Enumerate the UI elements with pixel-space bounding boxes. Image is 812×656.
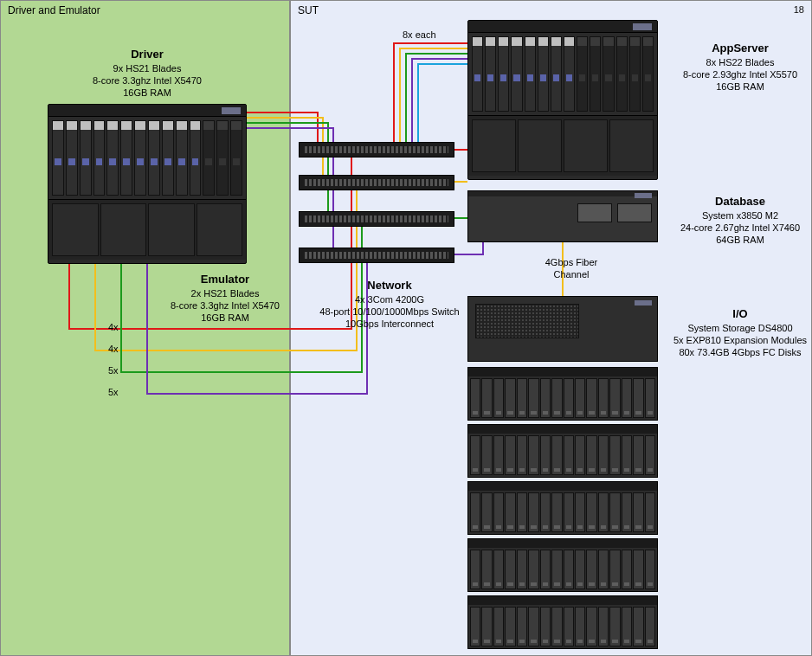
fiber-label: 4Gbps Fiber Channel [519, 256, 623, 281]
blade [80, 120, 92, 196]
io-expansion: 5x EXP810 Expansion Modules [671, 334, 809, 346]
driver-cpu: 8-core 3.3ghz Intel X5470 [78, 74, 216, 87]
drive-bay [577, 203, 612, 222]
expansion-tray [467, 424, 658, 478]
io-model: System Storage DS4800 [671, 322, 809, 334]
expansion-tray [467, 481, 658, 535]
zone-title-left: Driver and Emulator [8, 4, 100, 16]
ibm-logo-icon [222, 107, 241, 114]
chassis-bottom [468, 115, 657, 176]
blade-empty [642, 36, 654, 112]
database-title: Database [671, 195, 809, 209]
fiber-line1: 4Gbps Fiber [519, 256, 623, 268]
count-4x: 4x [108, 322, 119, 332]
database-server [467, 190, 658, 242]
blade [190, 120, 202, 196]
network-model: 4x 3Com 4200G [312, 293, 467, 305]
emulator-cpu: 8-core 3.3ghz Intel X5470 [156, 299, 294, 312]
blade [472, 36, 483, 112]
network-label: Network 4x 3Com 4200G 48-port 10/100/100… [312, 279, 467, 331]
network-switch [299, 248, 454, 263]
blade [525, 36, 536, 112]
blade-empty [616, 36, 628, 112]
io-label: I/O System Storage DS4800 5x EXP810 Expa… [671, 307, 809, 359]
chassis-top [48, 105, 246, 117]
driver-chassis [48, 104, 247, 264]
network-title: Network [312, 279, 467, 293]
vent-panel [475, 304, 579, 338]
blade-slots [48, 117, 246, 199]
blade [511, 36, 522, 112]
appserver-title: AppServer [671, 42, 809, 56]
ibm-logo-icon [635, 193, 652, 198]
count-5x: 5x [108, 365, 119, 376]
network-ports: 48-port 10/100/1000Mbps Switch [312, 305, 467, 318]
io-title: I/O [671, 307, 809, 322]
count-8x-each: 8x each [403, 29, 436, 40]
emulator-title: Emulator [156, 273, 294, 287]
chassis-top [468, 21, 657, 33]
blade [66, 120, 78, 196]
chassis-bottom [48, 199, 246, 260]
io-disks: 80x 73.4GB 4Gbps FC Disks [671, 346, 809, 358]
drive-bay [617, 203, 652, 222]
blade-empty [203, 120, 215, 196]
zone-title-right: SUT [298, 4, 319, 16]
blade [538, 36, 549, 112]
database-model: System x3850 M2 [671, 209, 809, 222]
blade-empty [577, 36, 588, 112]
expansion-tray [467, 367, 658, 421]
ibm-logo-icon [633, 23, 652, 30]
blade [485, 36, 496, 112]
blade-empty [603, 36, 614, 112]
blade-empty [216, 120, 229, 196]
emulator-blades: 2x HS21 Blades [156, 287, 294, 299]
blade [564, 36, 575, 112]
fiber-line2: Channel [519, 268, 623, 280]
page-number: 18 [794, 4, 804, 15]
appserver-blades: 8x HS22 Blades [671, 56, 809, 68]
appserver-label: AppServer 8x HS22 Blades 8-core 2.93ghz … [671, 42, 809, 93]
network-switch [299, 142, 454, 158]
database-label: Database System x3850 M2 24-core 2.67ghz… [671, 195, 809, 247]
blade [162, 120, 174, 196]
blade [120, 120, 132, 196]
network-switch [299, 175, 454, 190]
emulator-label: Emulator 2x HS21 Blades 8-core 3.3ghz In… [156, 273, 294, 325]
expansion-tray [467, 538, 658, 592]
blade [498, 36, 509, 112]
database-ram: 64GB RAM [671, 234, 809, 246]
appserver-ram: 16GB RAM [671, 80, 809, 93]
blade [93, 120, 106, 196]
blade [148, 120, 160, 196]
expansion-tray [467, 595, 658, 649]
appserver-chassis [467, 20, 658, 180]
blade [52, 120, 64, 196]
blade-empty [230, 120, 242, 196]
blade [551, 36, 562, 112]
emulator-ram: 16GB RAM [156, 312, 294, 324]
storage-controller [467, 296, 658, 362]
network-switch [299, 211, 454, 227]
count-4x: 4x [108, 344, 119, 354]
driver-blades: 9x HS21 Blades [78, 62, 216, 74]
blade [106, 120, 119, 196]
blade-empty [590, 36, 601, 112]
driver-label: Driver 9x HS21 Blades 8-core 3.3ghz Inte… [78, 48, 216, 100]
ibm-logo-icon [635, 300, 652, 305]
blade [176, 120, 188, 196]
database-cpu: 24-core 2.67ghz Intel X7460 [671, 222, 809, 234]
appserver-cpu: 8-core 2.93ghz Intel X5570 [671, 68, 809, 80]
blade [134, 120, 146, 196]
driver-ram: 16GB RAM [78, 87, 216, 99]
driver-title: Driver [78, 48, 216, 62]
blade-empty [629, 36, 641, 112]
count-5x: 5x [108, 387, 119, 397]
blade-slots [468, 33, 657, 115]
network-interconnect: 10Gbps Interconnect [312, 318, 467, 330]
